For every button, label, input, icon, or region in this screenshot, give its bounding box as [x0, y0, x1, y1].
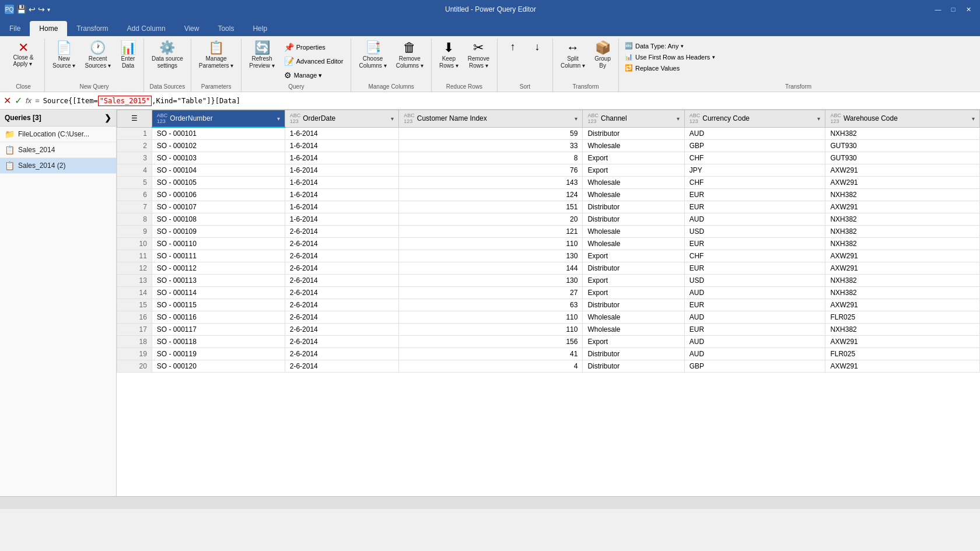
cell-order-number: SO - 000115 — [152, 299, 285, 311]
use-first-row-button[interactable]: 📊 Use First Row as Headers ▾ — [622, 52, 718, 62]
tab-transform[interactable]: Transform — [67, 21, 117, 36]
refresh-preview-button[interactable]: 🔄 RefreshPreview ▾ — [245, 38, 278, 72]
cell-warehouse-code: GUT930 — [825, 152, 980, 164]
keep-rows-button[interactable]: ⬇ KeepRows ▾ — [435, 38, 463, 72]
redo-icon[interactable]: ↪ — [38, 5, 45, 14]
table-row[interactable]: 9 SO - 000109 2-6-2014 121 Wholesale USD… — [117, 226, 980, 238]
replace-values-button[interactable]: 🔁 Replace Values — [622, 63, 682, 73]
remove-rows-button[interactable]: ✂ RemoveRows ▾ — [464, 38, 494, 72]
data-type-dropdown: ▾ — [681, 43, 684, 49]
col-type-channel: ABC123 — [587, 113, 598, 124]
app-icon: PQ — [5, 5, 14, 14]
tab-home[interactable]: Home — [30, 21, 67, 36]
remove-columns-button[interactable]: 🗑 RemoveColumns ▾ — [392, 38, 428, 72]
table-row[interactable]: 1 SO - 000101 1-6-2014 59 Distributor AU… — [117, 127, 980, 140]
ribbon-content: ✕ Close &Apply ▾ Close 📄 NewSource ▾ 🕐 R… — [0, 36, 980, 92]
formula-cancel-btn[interactable]: ✕ — [4, 95, 11, 106]
query-item-sales2014-2[interactable]: 📋 Sales_2014 (2) — [0, 158, 116, 174]
cell-warehouse-code: AXW291 — [825, 201, 980, 213]
col-header-currency-code[interactable]: ABC123 Currency Code ▾ — [684, 110, 825, 128]
col-header-customer-name[interactable]: ABC123 Customer Name Index ▾ — [399, 110, 583, 128]
table-row[interactable]: 20 SO - 000120 2-6-2014 4 Distributor GB… — [117, 360, 980, 373]
close-apply-button[interactable]: ✕ Close &Apply ▾ — [6, 38, 41, 70]
enter-data-button[interactable]: 📊 EnterData — [116, 38, 140, 72]
sort-asc-button[interactable]: ↑ — [501, 38, 524, 55]
filter-btn-customer-name[interactable]: ▾ — [575, 115, 578, 122]
row-num: 14 — [117, 287, 152, 299]
table-row[interactable]: 15 SO - 000115 2-6-2014 63 Distributor E… — [117, 299, 980, 311]
data-type-row[interactable]: 🔤 Data Type: Any ▾ — [622, 41, 686, 51]
table-row[interactable]: 5 SO - 000105 1-6-2014 143 Wholesale CHF… — [117, 177, 980, 189]
cell-order-date: 1-6-2014 — [285, 127, 399, 140]
data-grid-container[interactable]: ☰ ABC123 OrderNumber ▾ A — [117, 110, 980, 496]
col-header-channel[interactable]: ABC123 Channel ▾ — [583, 110, 684, 128]
table-row[interactable]: 7 SO - 000107 1-6-2014 151 Distributor E… — [117, 201, 980, 213]
manage-parameters-button[interactable]: 📋 ManageParameters ▾ — [195, 38, 237, 72]
new-source-label: NewSource ▾ — [52, 55, 75, 69]
table-row[interactable]: 16 SO - 000116 2-6-2014 110 Wholesale AU… — [117, 311, 980, 324]
table-row[interactable]: 14 SO - 000114 2-6-2014 27 Export AUD NX… — [117, 287, 980, 299]
query-sales2014-name: Sales_2014 — [18, 146, 55, 154]
save-icon[interactable]: 💾 — [16, 5, 26, 14]
cell-warehouse-code: AXW291 — [825, 164, 980, 177]
row-num-header[interactable]: ☰ — [117, 110, 152, 128]
query-item-sales2014[interactable]: 📋 Sales_2014 — [0, 142, 116, 158]
filter-btn-warehouse-code[interactable]: ▾ — [972, 115, 975, 122]
cell-warehouse-code: AXW291 — [825, 360, 980, 373]
tab-help[interactable]: Help — [243, 21, 276, 36]
choose-columns-button[interactable]: 📑 ChooseColumns ▾ — [355, 38, 390, 72]
row-num: 6 — [117, 189, 152, 201]
properties-button[interactable]: 📌 Properties — [280, 41, 348, 54]
table-row[interactable]: 8 SO - 000108 1-6-2014 20 Distributor AU… — [117, 213, 980, 226]
row-num: 4 — [117, 164, 152, 177]
table-row[interactable]: 19 SO - 000119 2-6-2014 41 Distributor A… — [117, 348, 980, 360]
cell-order-date: 2-6-2014 — [285, 262, 399, 275]
col-header-order-number[interactable]: ABC123 OrderNumber ▾ — [152, 110, 285, 128]
formula-highlight[interactable]: "Sales_2015" — [98, 96, 152, 106]
maximize-btn[interactable]: □ — [946, 3, 960, 15]
col-type-currency-code: ABC123 — [690, 113, 701, 124]
table-row[interactable]: 12 SO - 000112 2-6-2014 144 Distributor … — [117, 262, 980, 275]
table-row[interactable]: 13 SO - 000113 2-6-2014 130 Export USD N… — [117, 275, 980, 287]
recent-sources-button[interactable]: 🕐 RecentSources ▾ — [80, 38, 114, 72]
filter-btn-currency-code[interactable]: ▾ — [817, 115, 820, 122]
undo-icon[interactable]: ↩ — [29, 5, 36, 14]
table-row[interactable]: 11 SO - 000111 2-6-2014 130 Export CHF A… — [117, 250, 980, 262]
tab-add-column[interactable]: Add Column — [118, 21, 175, 36]
dropdown-icon[interactable]: ▾ — [47, 6, 50, 13]
table-row[interactable]: 4 SO - 000104 1-6-2014 76 Export JPY AXW… — [117, 164, 980, 177]
tab-tools[interactable]: Tools — [208, 21, 243, 36]
cell-channel: Wholesale — [583, 226, 684, 238]
advanced-editor-button[interactable]: 📝 Advanced Editor — [280, 55, 348, 68]
minimize-btn[interactable]: — — [931, 3, 945, 15]
manage-button[interactable]: ⚙ Manage ▾ — [280, 69, 348, 82]
table-row[interactable]: 6 SO - 000106 1-6-2014 124 Wholesale EUR… — [117, 189, 980, 201]
refresh-preview-label: RefreshPreview ▾ — [249, 55, 274, 69]
reduce-rows-group-label: Reduce Rows — [435, 82, 494, 92]
ribbon-group-new-query: 📄 NewSource ▾ 🕐 RecentSources ▾ 📊 EnterD… — [45, 38, 144, 92]
col-header-order-date[interactable]: ABC123 OrderDate ▾ — [285, 110, 399, 128]
split-column-button[interactable]: ↔ SplitColumn ▾ — [556, 38, 589, 72]
formula-accept-btn[interactable]: ✓ — [15, 95, 22, 106]
query-item-filelocation[interactable]: 📁 FileLocation (C:\User... — [0, 127, 116, 142]
col-header-warehouse-code[interactable]: ABC123 Warehouse Code ▾ — [825, 110, 980, 128]
close-btn[interactable]: ✕ — [961, 3, 975, 15]
filter-btn-channel[interactable]: ▾ — [677, 115, 680, 122]
new-source-button[interactable]: 📄 NewSource ▾ — [48, 38, 79, 72]
tab-file[interactable]: File — [0, 21, 30, 36]
table-row[interactable]: 17 SO - 000117 2-6-2014 110 Wholesale EU… — [117, 324, 980, 336]
row-num: 13 — [117, 275, 152, 287]
properties-label: Properties — [296, 44, 326, 51]
table-row[interactable]: 10 SO - 000110 2-6-2014 110 Wholesale EU… — [117, 238, 980, 250]
sort-desc-button[interactable]: ↓ — [526, 38, 549, 55]
table-row[interactable]: 2 SO - 000102 1-6-2014 33 Wholesale GBP … — [117, 140, 980, 152]
data-source-settings-button[interactable]: ⚙️ Data sourcesettings — [148, 38, 187, 72]
group-by-button[interactable]: 📦 GroupBy — [590, 38, 615, 72]
table-row[interactable]: 3 SO - 000103 1-6-2014 8 Export CHF GUT9… — [117, 152, 980, 164]
table-row[interactable]: 18 SO - 000118 2-6-2014 156 Export AUD A… — [117, 336, 980, 348]
cell-currency-code: AUD — [684, 213, 825, 226]
tab-view[interactable]: View — [175, 21, 209, 36]
queries-collapse-btn[interactable]: ❯ — [104, 113, 111, 122]
filter-btn-order-date[interactable]: ▾ — [391, 115, 394, 122]
filter-btn-order-number[interactable]: ▾ — [277, 115, 280, 122]
